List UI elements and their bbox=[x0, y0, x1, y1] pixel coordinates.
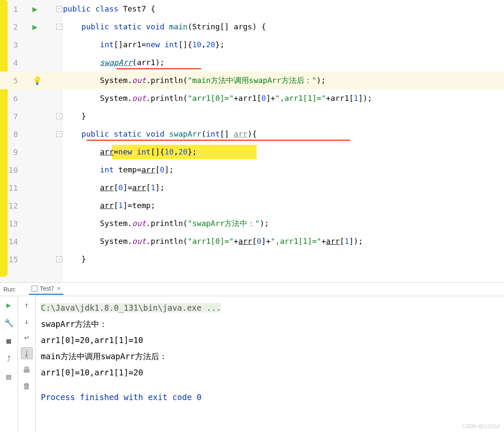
code-line: arr[0]=arr[1]; bbox=[63, 179, 504, 197]
dump-icon[interactable]: ⤴ bbox=[3, 352, 15, 364]
run-toolbar-secondary: ↑ ↓ ↩ ⭳ 🖶 🗑 bbox=[18, 296, 36, 432]
line-number: 5 bbox=[0, 76, 20, 85]
editor-pane: 1▶− 2▶− 3 4 5💡 6 7− 8− 9 10 11 12 13 14 … bbox=[0, 0, 504, 283]
up-icon[interactable]: ↑ bbox=[21, 299, 33, 311]
console-line: arr1[0]=20,arr1[1]=10 bbox=[41, 332, 499, 348]
code-line: } bbox=[63, 250, 504, 268]
line-number: 4 bbox=[0, 58, 20, 67]
code-line: int[]arr1=new int[]{10,20}; bbox=[63, 36, 504, 54]
run-tab[interactable]: Test7 ✕ bbox=[29, 283, 63, 295]
intention-bulb-icon[interactable]: 💡 bbox=[32, 76, 42, 85]
watermark: CSDN @l1223cf bbox=[462, 423, 500, 429]
run-label: Run: bbox=[3, 286, 16, 293]
code-line: public class Test7 { bbox=[63, 0, 504, 18]
run-tab-label: Test7 bbox=[40, 285, 54, 292]
console-line: main方法中调用swapArr方法后： bbox=[41, 348, 499, 364]
line-number: 9 bbox=[0, 148, 20, 157]
line-number: 14 bbox=[0, 237, 20, 246]
line-number: 7 bbox=[0, 112, 20, 121]
run-gutter-icon[interactable]: ▶ bbox=[32, 4, 37, 14]
code-line: System.out.println("swapArr方法中："); bbox=[63, 215, 504, 232]
code-line: int temp=arr[0]; bbox=[63, 161, 504, 179]
gutter: 1▶− 2▶− 3 4 5💡 6 7− 8− 9 10 11 12 13 14 … bbox=[0, 0, 63, 282]
console-line: arr1[0]=10,arr1[1]=20 bbox=[41, 364, 499, 381]
console-command: C:\Java\jdk1.8.0_131\bin\java.exe ... bbox=[41, 303, 221, 312]
console-output[interactable]: C:\Java\jdk1.8.0_131\bin\java.exe ... sw… bbox=[36, 296, 504, 432]
print-icon[interactable]: 🖶 bbox=[21, 363, 33, 375]
line-number: 2 bbox=[0, 23, 20, 31]
run-toolbar: ▶ 🔧 ■ ⤴ ▤ bbox=[0, 296, 18, 432]
trash-icon[interactable]: 🗑 bbox=[21, 380, 33, 392]
line-number: 13 bbox=[0, 219, 20, 228]
code-area[interactable]: public class Test7 { public static void … bbox=[63, 0, 504, 282]
code-line: } bbox=[63, 107, 504, 125]
wrap-icon[interactable]: ↩ bbox=[21, 331, 33, 343]
code-line: public static void main(String[] args) { bbox=[63, 18, 504, 36]
code-line: arr=new int[]{10,20}; bbox=[63, 143, 504, 161]
code-line: System.out.println("main方法中调用swapArr方法后：… bbox=[63, 72, 504, 89]
line-number: 6 bbox=[0, 94, 20, 103]
run-panel-header: Run: Test7 ✕ bbox=[0, 283, 504, 296]
annotation-underline bbox=[86, 140, 350, 141]
line-number: 11 bbox=[0, 183, 20, 192]
rerun-icon[interactable]: ▶ bbox=[3, 299, 15, 311]
fold-icon[interactable]: − bbox=[56, 24, 62, 30]
stop-icon[interactable]: ■ bbox=[3, 335, 15, 346]
console-line: swapArr方法中： bbox=[41, 316, 499, 332]
console-exit-line: Process finished with exit code 0 bbox=[41, 389, 499, 405]
line-number: 10 bbox=[0, 166, 20, 175]
code-line: System.out.println("arr1[0]="+arr1[0]+",… bbox=[63, 89, 504, 107]
code-line: arr[1]=temp; bbox=[63, 197, 504, 215]
fold-icon[interactable]: − bbox=[56, 6, 62, 12]
code-line: System.out.println("arr1[0]="+arr[0]+",a… bbox=[63, 232, 504, 250]
line-number: 3 bbox=[0, 40, 20, 49]
code-line: swapArr(arr1); bbox=[63, 54, 504, 72]
fold-icon[interactable]: − bbox=[56, 256, 62, 262]
scroll-end-icon[interactable]: ⭳ bbox=[21, 347, 33, 359]
line-number: 8 bbox=[0, 130, 20, 139]
annotation-underline bbox=[116, 68, 201, 69]
line-number: 1 bbox=[0, 5, 20, 14]
down-icon[interactable]: ↓ bbox=[21, 315, 33, 327]
line-number: 15 bbox=[0, 255, 20, 264]
layout-icon[interactable]: ▤ bbox=[3, 370, 15, 382]
run-panel: ▶ 🔧 ■ ⤴ ▤ ↑ ↓ ↩ ⭳ 🖶 🗑 C:\Java\jdk1.8.0_1… bbox=[0, 296, 504, 432]
line-number: 12 bbox=[0, 201, 20, 210]
wrench-icon[interactable]: 🔧 bbox=[3, 317, 15, 329]
fold-icon[interactable]: − bbox=[56, 113, 62, 119]
run-gutter-icon[interactable]: ▶ bbox=[32, 22, 37, 32]
tab-icon bbox=[32, 286, 37, 292]
close-icon[interactable]: ✕ bbox=[57, 286, 61, 292]
fold-icon[interactable]: − bbox=[56, 131, 62, 137]
code-line: public static void swapArr(int[] arr){ bbox=[63, 125, 504, 143]
